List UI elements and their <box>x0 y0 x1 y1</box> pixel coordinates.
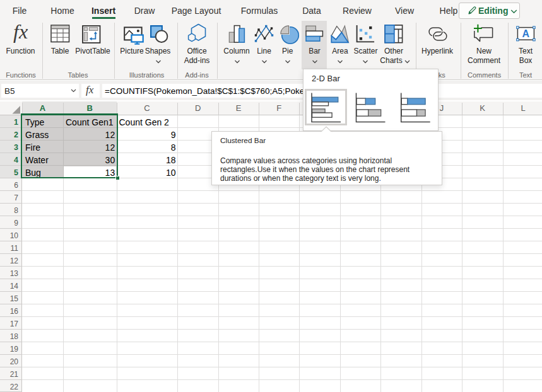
svg-text:A: A <box>522 28 530 39</box>
